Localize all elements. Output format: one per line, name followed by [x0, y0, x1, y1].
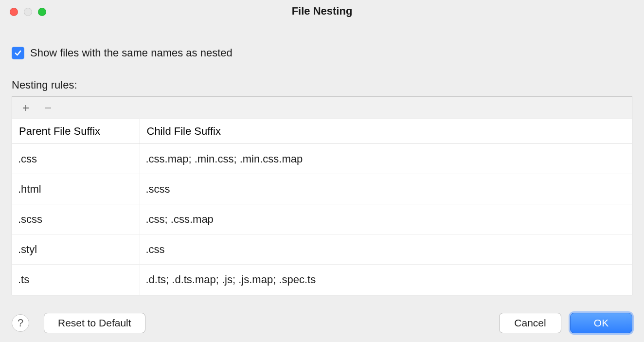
zoom-window-button[interactable] — [38, 8, 46, 16]
table-row[interactable]: .css.css.map; .min.css; .min.css.map — [12, 144, 632, 174]
rule-child-cell[interactable]: .css; .css.map — [140, 204, 632, 234]
col-child-suffix[interactable]: Child File Suffix — [140, 119, 632, 144]
button-bar: ? Reset to Default Cancel OK — [0, 304, 644, 342]
cancel-label: Cancel — [514, 317, 546, 329]
content: Show files with the same names as nested… — [0, 22, 644, 295]
rule-child-cell[interactable]: .d.ts; .d.ts.map; .js; .js.map; .spec.ts — [140, 265, 632, 295]
show-nested-checkbox[interactable] — [12, 47, 24, 59]
rules-table-panel: Parent File Suffix Child File Suffix .cs… — [12, 96, 632, 295]
rule-parent-cell[interactable]: .css — [12, 144, 140, 174]
close-window-button[interactable] — [10, 8, 18, 16]
table-row[interactable]: .styl.css — [12, 234, 632, 265]
help-button[interactable]: ? — [12, 314, 29, 332]
col-parent-suffix[interactable]: Parent File Suffix — [12, 119, 140, 144]
rule-parent-cell[interactable]: .scss — [12, 204, 140, 234]
rule-parent-cell[interactable]: .styl — [12, 234, 140, 265]
titlebar: File Nesting — [0, 0, 644, 22]
nesting-rules-label: Nesting rules: — [12, 79, 632, 91]
rules-table[interactable]: Parent File Suffix Child File Suffix .cs… — [12, 119, 632, 295]
reset-label: Reset to Default — [58, 317, 131, 329]
traffic-lights — [10, 8, 46, 16]
rule-child-cell[interactable]: .css — [140, 234, 632, 265]
table-row[interactable]: .ts.d.ts; .d.ts.map; .js; .js.map; .spec… — [12, 265, 632, 295]
rule-child-cell[interactable]: .css.map; .min.css; .min.css.map — [140, 144, 632, 174]
rule-child-cell[interactable]: .scss — [140, 174, 632, 204]
add-rule-button[interactable] — [19, 101, 33, 115]
table-row[interactable]: .scss.css; .css.map — [12, 204, 632, 234]
question-icon: ? — [18, 317, 23, 329]
window-title: File Nesting — [0, 5, 644, 18]
checkmark-icon — [14, 49, 22, 57]
rules-toolbar — [12, 97, 632, 119]
show-nested-label: Show files with the same names as nested — [30, 47, 233, 59]
rule-parent-cell[interactable]: .ts — [12, 265, 140, 295]
dialog-window: File Nesting Show files with the same na… — [0, 0, 644, 342]
show-nested-checkbox-row: Show files with the same names as nested — [12, 47, 632, 59]
rule-parent-cell[interactable]: .html — [12, 174, 140, 204]
reset-to-default-button[interactable]: Reset to Default — [44, 313, 145, 333]
remove-rule-button[interactable] — [41, 101, 55, 115]
ok-label: OK — [594, 317, 608, 329]
minus-icon — [44, 104, 53, 112]
table-header-row: Parent File Suffix Child File Suffix — [12, 119, 632, 144]
plus-icon — [21, 104, 30, 112]
ok-button[interactable]: OK — [570, 313, 632, 333]
cancel-button[interactable]: Cancel — [499, 313, 561, 333]
minimize-window-button[interactable] — [24, 8, 32, 16]
table-row[interactable]: .html.scss — [12, 174, 632, 204]
